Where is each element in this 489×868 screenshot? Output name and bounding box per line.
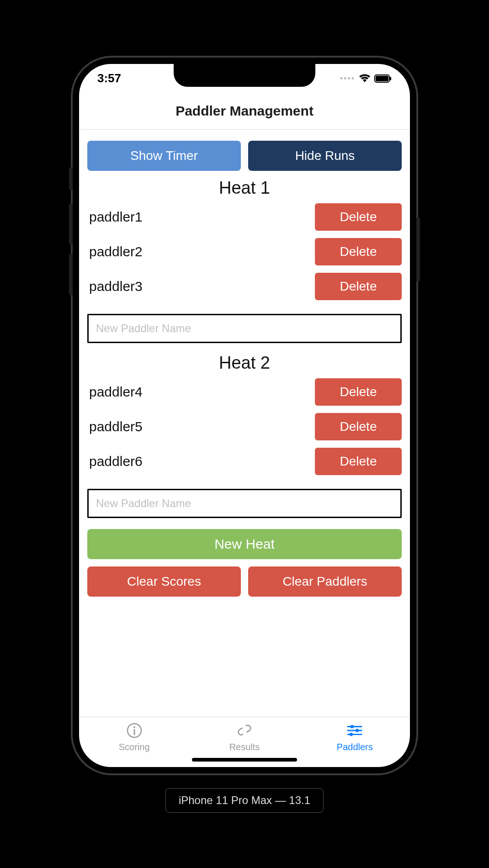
paddler-name-label: paddler1 [87,209,315,225]
svg-point-4 [133,726,135,728]
volume-up-button [69,204,73,245]
tab-label: Results [229,742,260,752]
nav-title: Paddler Management [79,93,410,130]
show-timer-button[interactable]: Show Timer [87,141,241,171]
svg-rect-5 [133,729,135,735]
svg-point-7 [351,725,354,728]
delete-paddler-button[interactable]: Delete [315,238,402,265]
device-frame: 3:57 •••• Paddler Management Show Timer … [71,56,418,775]
content-scroll[interactable]: Show Timer Hide Runs Heat 1 paddler1 Del… [79,130,410,717]
tab-label: Paddlers [337,742,373,752]
wifi-icon [359,74,371,83]
notch [174,64,315,87]
new-heat-button[interactable]: New Heat [87,529,402,559]
new-paddler-input-heat2[interactable] [87,489,402,518]
sliders-icon [346,722,363,739]
status-indicators: •••• [340,74,392,83]
paddler-row: paddler2 Delete [87,238,402,265]
clear-button-row: Clear Scores Clear Paddlers [87,566,402,597]
top-button-row: Show Timer Hide Runs [87,141,402,171]
paddler-name-label: paddler2 [87,244,315,259]
hide-runs-button[interactable]: Hide Runs [248,141,402,171]
status-time: 3:57 [97,71,121,85]
info-circle-icon [126,722,143,739]
battery-icon [374,74,392,83]
svg-rect-1 [376,76,388,81]
paddler-row: paddler3 Delete [87,273,402,300]
tab-label: Scoring [119,742,150,752]
svg-rect-2 [390,77,391,80]
paddler-name-label: paddler6 [87,454,315,469]
delete-paddler-button[interactable]: Delete [315,203,402,231]
tab-paddlers[interactable]: Paddlers [300,722,410,767]
paddler-row: paddler4 Delete [87,378,402,406]
delete-paddler-button[interactable]: Delete [315,413,402,440]
svg-point-11 [350,732,353,736]
clear-paddlers-button[interactable]: Clear Paddlers [248,566,402,597]
home-indicator[interactable] [192,758,297,762]
paddler-row: paddler5 Delete [87,413,402,440]
delete-paddler-button[interactable]: Delete [315,273,402,300]
screen: 3:57 •••• Paddler Management Show Timer … [79,64,410,767]
power-button [416,217,420,281]
new-paddler-input-heat1[interactable] [87,314,402,343]
paddler-name-label: paddler4 [87,384,315,400]
cellular-dots-icon: •••• [340,74,355,83]
svg-point-9 [356,729,359,732]
paddler-row: paddler1 Delete [87,203,402,231]
paddler-name-label: paddler3 [87,279,315,294]
heat-title: Heat 2 [87,353,402,373]
heat-title: Heat 1 [87,178,402,198]
volume-down-button [69,254,73,295]
volume-silent-switch [69,167,73,190]
clear-scores-button[interactable]: Clear Scores [87,566,241,597]
delete-paddler-button[interactable]: Delete [315,378,402,406]
device-label: iPhone 11 Pro Max — 13.1 [165,788,324,813]
paddler-name-label: paddler5 [87,419,315,434]
link-icon [236,722,253,739]
tab-scoring[interactable]: Scoring [79,722,189,767]
paddler-row: paddler6 Delete [87,448,402,475]
delete-paddler-button[interactable]: Delete [315,448,402,475]
